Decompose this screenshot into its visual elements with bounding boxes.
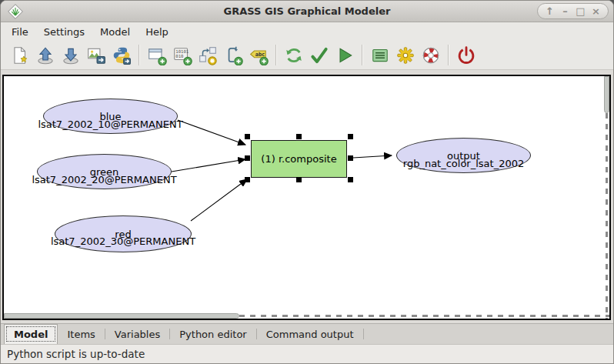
- add-comment-icon: abc: [249, 45, 269, 65]
- vertical-scrollbar-thumb[interactable]: [604, 76, 609, 113]
- validate-button[interactable]: [306, 43, 332, 68]
- node-label: (1) r.composite: [261, 152, 336, 165]
- export-python-icon: [112, 45, 132, 65]
- horizontal-scrollbar-thumb[interactable]: [4, 313, 239, 319]
- add-data-icon: 10101 010: [172, 45, 192, 65]
- vertical-scrollbar-track[interactable]: [606, 113, 608, 319]
- close-button[interactable]: ×: [589, 4, 602, 18]
- window-controls: ↑ – □ ×: [537, 3, 609, 19]
- run-icon: [335, 45, 355, 65]
- quit-button[interactable]: [453, 43, 479, 68]
- settings-gear-icon: [395, 45, 415, 65]
- grass-modeler-window: GRASS GIS Graphical Modeler ↑ – □ × File…: [0, 0, 614, 364]
- bottom-tabbar: Model Items Variables Python editor Comm…: [1, 323, 613, 344]
- tab-command-output[interactable]: Command output: [257, 324, 363, 344]
- statusbar: Python script is up-to-date: [1, 344, 613, 363]
- selection-handle-bottom-right[interactable]: [348, 177, 353, 182]
- node-value: rgb_nat_color_lsat_2002: [389, 157, 539, 170]
- svg-text:010: 010: [175, 54, 184, 58]
- minimize-button[interactable]: –: [559, 4, 572, 18]
- grass-gis-logo-icon: [7, 3, 24, 20]
- python-script-icon: [370, 45, 390, 65]
- add-loop-button[interactable]: [220, 43, 245, 68]
- horizontal-scrollbar-track[interactable]: [239, 315, 609, 317]
- window-title: GRASS GIS Graphical Modeler: [1, 5, 613, 17]
- tab-python-editor[interactable]: Python editor: [170, 324, 255, 344]
- data-node-green[interactable]: green lsat7_2002_20@PERMANENT: [37, 154, 172, 189]
- selection-handle-mid-right[interactable]: [348, 155, 353, 161]
- toolbar-separator: [448, 45, 449, 65]
- svg-text:abc: abc: [255, 50, 265, 57]
- tab-variables[interactable]: Variables: [105, 324, 169, 344]
- tab-separator: [363, 329, 364, 339]
- settings-button[interactable]: [392, 43, 418, 68]
- selection-handle-bottom-left[interactable]: [245, 177, 250, 182]
- redraw-icon: [284, 45, 304, 65]
- export-image-icon: [86, 45, 106, 65]
- model-canvas[interactable]: blue lsat7_2002_10@PERMANENT green lsat7…: [2, 75, 611, 320]
- save-model-button[interactable]: [58, 43, 83, 68]
- selection-handle-bottom-mid[interactable]: [296, 177, 302, 182]
- open-model-button[interactable]: [32, 43, 58, 68]
- export-image-button[interactable]: [83, 43, 108, 68]
- add-command-icon: [147, 45, 167, 65]
- menu-file[interactable]: File: [4, 24, 36, 40]
- open-model-icon: [35, 45, 55, 65]
- add-loop-icon: [223, 45, 243, 65]
- canvas-container: blue lsat7_2002_10@PERMANENT green lsat7…: [1, 70, 613, 323]
- add-command-button[interactable]: [144, 43, 169, 68]
- shade-button[interactable]: ↑: [543, 4, 556, 18]
- tab-items[interactable]: Items: [58, 324, 104, 344]
- validate-icon: [309, 45, 329, 65]
- redraw-button[interactable]: [281, 43, 306, 68]
- toolbar-separator: [138, 45, 139, 65]
- menu-help[interactable]: Help: [138, 24, 176, 40]
- selection-handle-top-right[interactable]: [348, 134, 353, 139]
- help-lifesaver-icon: [421, 45, 441, 65]
- save-model-icon: [61, 45, 81, 65]
- action-node-r-composite[interactable]: (1) r.composite: [251, 140, 347, 178]
- menu-settings[interactable]: Settings: [36, 24, 92, 40]
- menu-model[interactable]: Model: [92, 24, 138, 40]
- selection-handle-mid-left[interactable]: [245, 155, 250, 161]
- svg-text:10101: 10101: [175, 49, 189, 54]
- data-node-output[interactable]: output rgb_nat_color_lsat_2002: [396, 138, 531, 173]
- data-node-red[interactable]: red lsat7_2002_30@PERMANENT: [55, 215, 192, 252]
- status-message: Python script is up-to-date: [7, 348, 145, 360]
- toolbar-separator: [275, 45, 276, 65]
- add-relation-icon: [198, 45, 218, 65]
- add-relation-button[interactable]: [195, 43, 220, 68]
- menubar: File Settings Model Help: [1, 22, 613, 41]
- help-button[interactable]: [418, 43, 443, 68]
- add-data-button[interactable]: 10101 010: [169, 43, 195, 68]
- add-comment-button[interactable]: abc: [245, 43, 271, 68]
- new-model-button[interactable]: [7, 43, 32, 68]
- new-model-icon: [10, 45, 30, 65]
- quit-power-icon: [456, 45, 476, 65]
- node-value: lsat7_2002_30@PERMANENT: [48, 235, 199, 248]
- node-value: lsat7_2002_20@PERMANENT: [29, 173, 180, 186]
- toolbar-separator: [362, 45, 362, 65]
- data-node-blue[interactable]: blue lsat7_2002_10@PERMANENT: [43, 99, 178, 134]
- toolbar: 10101 010: [1, 41, 613, 70]
- run-button[interactable]: [332, 43, 357, 68]
- selection-handle-top-mid[interactable]: [296, 134, 302, 139]
- tab-model[interactable]: Model: [4, 324, 58, 344]
- selection-handle-top-left[interactable]: [245, 134, 250, 139]
- titlebar[interactable]: GRASS GIS Graphical Modeler ↑ – □ ×: [1, 1, 613, 22]
- maximize-button[interactable]: □: [574, 4, 587, 18]
- node-value: lsat7_2002_10@PERMANENT: [35, 118, 186, 131]
- export-python-button[interactable]: [108, 43, 134, 68]
- python-script-button[interactable]: [367, 43, 392, 68]
